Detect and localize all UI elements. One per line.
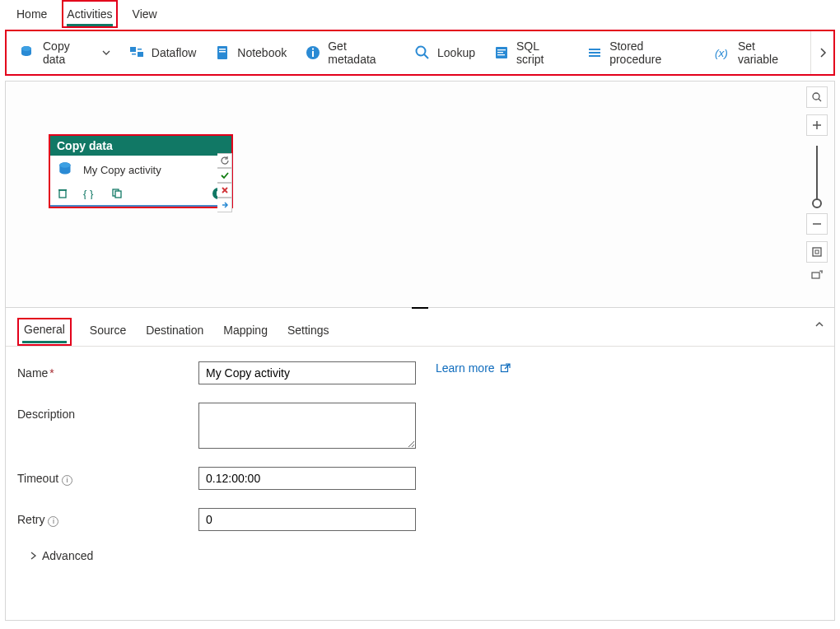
timeout-label: Timeouti [17,467,198,486]
svg-rect-6 [217,46,227,59]
retry-label: Retryi [17,508,198,527]
svg-rect-19 [589,52,600,54]
external-link-icon [500,363,511,374]
activity-refresh-icon[interactable] [217,153,232,168]
database-copy-icon [20,44,36,61]
description-input[interactable] [198,403,416,449]
properties-panel: General Source Destination Mapping Setti… [5,308,835,621]
svg-text:{ }: { } [83,188,94,199]
search-icon [414,44,431,61]
svg-rect-24 [59,190,66,198]
name-input[interactable] [198,361,416,384]
activity-type-label: Copy data [50,136,231,156]
svg-rect-3 [138,52,143,57]
tool-dataflow[interactable]: Dataflow [122,41,203,64]
svg-rect-25 [58,189,67,191]
tool-copy-data[interactable]: Copy data [13,36,117,69]
canvas-expand-button[interactable] [809,269,825,281]
zoom-slider-thumb[interactable] [812,198,822,208]
ptab-general[interactable]: General [22,319,67,342]
tool-label: SQL script [516,40,568,66]
zoom-out-button[interactable] [806,213,828,235]
tab-view[interactable]: View [133,2,157,26]
braces-icon[interactable]: { } [83,188,96,199]
learn-more-link[interactable]: Learn more [436,361,511,375]
svg-rect-5 [138,49,142,50]
ptab-settings[interactable]: Settings [286,320,331,343]
svg-rect-18 [589,49,600,50]
tool-lookup[interactable]: Lookup [408,41,482,64]
canvas-controls [805,86,829,281]
tool-label: Dataflow [152,46,196,59]
svg-rect-32 [813,248,821,256]
tool-label: Copy data [43,40,94,66]
svg-point-30 [813,93,819,100]
activity-name: My Copy activity [83,164,161,176]
svg-rect-33 [815,250,819,254]
top-menu: Home Activities View [0,0,840,28]
name-label: Name* [17,361,198,380]
advanced-toggle[interactable]: Advanced [29,549,823,562]
dataflow-icon [128,44,145,61]
tool-get-metadata[interactable]: Get metadata [298,36,403,69]
svg-rect-17 [497,54,505,55]
ptab-source[interactable]: Source [88,320,128,343]
activity-copy-data[interactable]: Copy data My Copy activity { } [49,134,233,208]
svg-point-12 [417,47,426,56]
properties-tabs: General Source Destination Mapping Setti… [6,313,834,347]
svg-rect-35 [501,365,507,371]
notebook-icon [214,44,231,61]
svg-rect-16 [497,52,503,53]
tool-sql-script[interactable]: SQL script [487,36,575,69]
svg-rect-28 [115,191,121,198]
svg-point-23 [59,162,70,168]
svg-rect-4 [132,54,136,55]
svg-line-13 [424,54,428,58]
tool-label: Set variable [738,40,797,66]
activity-skip-icon[interactable] [217,198,232,212]
zoom-slider[interactable] [816,146,818,203]
retry-input[interactable] [198,508,416,531]
svg-rect-20 [589,55,600,57]
zoom-in-button[interactable] [806,114,828,136]
canvas-search-button[interactable] [806,86,828,108]
tab-activities[interactable]: Activities [67,2,112,26]
tab-home[interactable]: Home [16,2,47,26]
ptab-destination[interactable]: Destination [144,320,205,343]
copy-icon[interactable] [111,188,123,199]
fit-to-screen-button[interactable] [806,241,828,263]
tool-label: Notebook [237,46,287,59]
svg-text:(x): (x) [715,47,728,59]
tool-label: Stored procedure [609,40,697,66]
tool-stored-procedure[interactable]: Stored procedure [580,36,703,69]
svg-point-1 [21,46,31,51]
pipeline-canvas[interactable]: Copy data My Copy activity { } [5,81,835,308]
delete-icon[interactable] [57,188,68,199]
stored-procedure-icon [586,44,603,61]
svg-rect-11 [312,49,314,50]
info-icon [305,44,321,61]
database-icon [57,161,75,179]
activity-fail-icon[interactable] [217,183,232,198]
svg-rect-10 [312,51,314,57]
timeout-input[interactable] [198,467,416,490]
svg-rect-2 [130,47,136,52]
variable-icon: (x) [715,44,731,61]
activities-toolbar: Copy data Dataflow Notebook Get metadata [5,30,835,76]
tool-set-variable[interactable]: (x) Set variable [708,36,804,69]
svg-rect-15 [497,49,506,50]
tool-label: Get metadata [328,40,396,66]
svg-line-31 [819,99,821,101]
activity-success-icon[interactable] [217,168,232,183]
svg-rect-8 [219,51,226,53]
collapse-panel-button[interactable] [814,319,824,329]
chevron-down-icon [102,49,110,57]
svg-rect-7 [219,49,226,50]
description-label: Description [17,403,198,421]
svg-rect-34 [812,273,819,278]
tool-notebook[interactable]: Notebook [208,41,293,64]
sql-script-icon [493,44,510,61]
ptab-mapping[interactable]: Mapping [222,320,269,343]
toolbar-overflow[interactable] [810,31,833,74]
tool-label: Lookup [437,46,475,59]
